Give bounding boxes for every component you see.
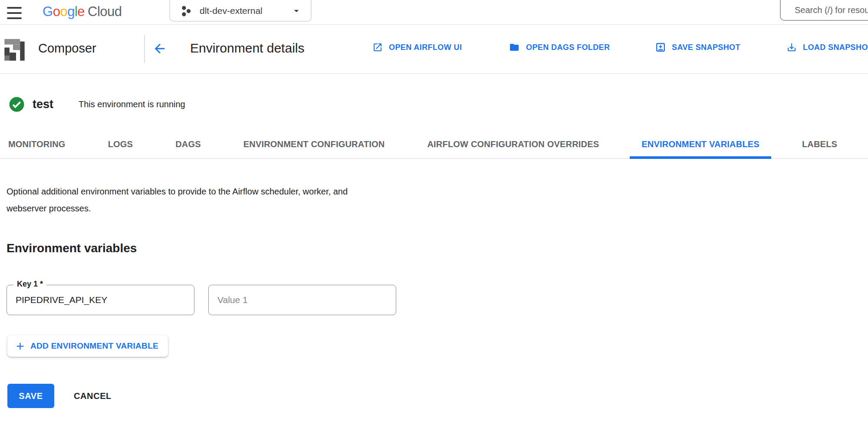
open-dags-folder-button[interactable]: OPEN DAGS FOLDER (509, 42, 610, 53)
value-input[interactable] (209, 285, 396, 315)
logo-letter: o (60, 4, 67, 19)
chevron-down-icon (291, 5, 302, 16)
composer-logo-icon (0, 36, 26, 62)
save-button[interactable]: SAVE (7, 384, 54, 408)
section-heading: Environment variables (7, 241, 868, 255)
back-button[interactable] (152, 41, 168, 57)
arrow-back-icon (152, 41, 167, 56)
button-label: SAVE SNAPSHOT (672, 43, 740, 52)
page-title: Environment details (190, 41, 304, 56)
variable-row: Key 1 * (7, 285, 868, 315)
logo-cloud-text: Cloud (88, 4, 122, 19)
project-selector[interactable]: dlt-dev-external (169, 0, 312, 22)
save-snapshot-icon (655, 42, 666, 53)
description-line: webserver processes. (7, 200, 868, 217)
tab-environment-variables[interactable]: ENVIRONMENT VARIABLES (630, 130, 771, 158)
google-cloud-logo: GoogleCloud (43, 4, 122, 20)
key-field: Key 1 * (7, 285, 194, 315)
logo-letter: G (43, 4, 53, 19)
project-name: dlt-dev-external (200, 6, 263, 16)
tab-logs[interactable]: LOGS (96, 130, 145, 158)
button-label: ADD ENVIRONMENT VARIABLE (30, 341, 158, 351)
download-icon (786, 42, 797, 53)
load-snapshot-button[interactable]: LOAD SNAPSHOT (786, 42, 868, 53)
check-circle-icon (9, 96, 25, 112)
value-field (208, 285, 396, 315)
search-input[interactable] (795, 5, 868, 15)
tab-dags[interactable]: DAGS (164, 130, 213, 158)
button-label: OPEN DAGS FOLDER (526, 43, 610, 52)
add-environment-variable-button[interactable]: ADD ENVIRONMENT VARIABLE (7, 335, 168, 357)
status-message: This environment is running (79, 99, 185, 109)
product-name: Composer (38, 41, 96, 56)
button-label: LOAD SNAPSHOT (803, 43, 868, 52)
section-description: Optional additional environment variable… (7, 183, 868, 217)
environment-status-row: test This environment is running (0, 96, 868, 112)
search-box[interactable] (780, 0, 868, 21)
project-hexagons-icon (181, 4, 192, 18)
key-input[interactable] (7, 285, 194, 315)
open-in-new-icon (372, 42, 383, 53)
form-actions: SAVE CANCEL (7, 384, 868, 408)
logo-letter: e (77, 4, 85, 19)
folder-icon (509, 42, 520, 53)
tab-airflow-configuration-overrides[interactable]: AIRFLOW CONFIGURATION OVERRIDES (415, 130, 611, 158)
tab-bar: MONITORING LOGS DAGS ENVIRONMENT CONFIGU… (0, 130, 868, 159)
vertical-divider (144, 35, 145, 63)
tab-panel-environment-variables: Optional additional environment variable… (0, 183, 868, 408)
tab-labels[interactable]: LABELS (790, 130, 849, 158)
tab-monitoring[interactable]: MONITORING (0, 130, 77, 158)
plus-icon (14, 340, 26, 352)
cancel-button[interactable]: CANCEL (74, 391, 112, 401)
open-airflow-ui-button[interactable]: OPEN AIRFLOW UI (372, 42, 462, 53)
top-bar: GoogleCloud dlt-dev-external (0, 0, 868, 25)
button-label: OPEN AIRFLOW UI (389, 43, 462, 52)
environment-name: test (33, 98, 53, 111)
menu-icon[interactable] (7, 7, 23, 19)
description-line: Optional additional environment variable… (7, 183, 868, 200)
save-snapshot-button[interactable]: SAVE SNAPSHOT (655, 42, 740, 53)
app-bar: Composer Environment details OPEN AIRFLO… (0, 25, 868, 74)
key-field-label: Key 1 * (13, 280, 46, 289)
logo-letter: g (67, 4, 75, 19)
tab-environment-configuration[interactable]: ENVIRONMENT CONFIGURATION (232, 130, 397, 158)
logo-letter: o (53, 4, 60, 19)
